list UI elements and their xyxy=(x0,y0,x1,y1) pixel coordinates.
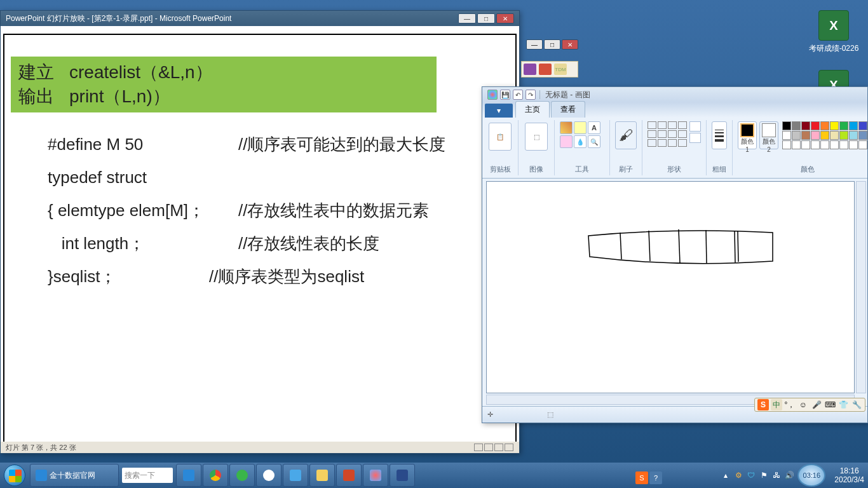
view-sorter-icon[interactable] xyxy=(484,444,493,451)
color1-button[interactable]: 颜色 1 xyxy=(738,121,757,149)
sogou-icon[interactable]: S xyxy=(757,399,769,410)
select-button[interactable]: ⬚ xyxy=(525,123,548,151)
picker-tool[interactable] xyxy=(574,135,587,148)
color-swatch[interactable] xyxy=(849,140,858,149)
sogou-tray-icon[interactable]: S xyxy=(635,471,648,484)
shape-fill-button[interactable] xyxy=(689,133,701,143)
ime-face-icon[interactable]: ☺ xyxy=(797,399,809,410)
minimize-button[interactable]: — xyxy=(526,39,543,50)
ime-mic-icon[interactable]: 🎤 xyxy=(811,399,822,410)
taskbar-item-baidu[interactable] xyxy=(256,464,281,487)
redo-icon[interactable]: ↷ xyxy=(526,90,536,100)
color-swatch[interactable] xyxy=(801,131,810,140)
view-slideshow-icon[interactable] xyxy=(505,444,513,451)
taskbar-item-explorer[interactable] xyxy=(309,464,335,487)
shape-outline-button[interactable] xyxy=(689,121,701,132)
search-input[interactable]: 搜索一下 xyxy=(122,468,173,483)
taskbar-item-360[interactable] xyxy=(229,464,255,487)
shapes-gallery[interactable] xyxy=(648,121,687,147)
color-swatch[interactable] xyxy=(820,140,829,149)
color-swatch[interactable] xyxy=(811,140,820,149)
powerpoint-titlebar[interactable]: PowerPoint 幻灯片放映 - [第2章-1-录屏.ppt] - Micr… xyxy=(1,11,519,26)
size-button[interactable] xyxy=(712,121,727,149)
ime-skin-icon[interactable]: 👕 xyxy=(837,399,849,410)
tray-security-icon[interactable]: ⚙ xyxy=(734,471,743,480)
color-palette[interactable] xyxy=(782,121,868,149)
color-swatch[interactable] xyxy=(792,121,801,130)
color-swatch[interactable] xyxy=(811,121,820,130)
toolbar-icon-1[interactable] xyxy=(524,64,536,75)
save-icon[interactable]: 💾 xyxy=(500,90,510,100)
tab-home[interactable]: 主页 xyxy=(515,101,550,118)
taskbar-item-paint[interactable] xyxy=(363,464,388,487)
view-normal-icon[interactable] xyxy=(474,444,483,451)
undo-icon[interactable]: ↶ xyxy=(513,90,523,100)
color-swatch[interactable] xyxy=(858,140,867,149)
color2-button[interactable]: 颜色 2 xyxy=(759,121,778,149)
color-swatch[interactable] xyxy=(849,121,858,130)
color-swatch[interactable] xyxy=(830,121,839,130)
taskbar-item-powerpoint[interactable] xyxy=(336,464,362,487)
color-swatch[interactable] xyxy=(830,140,839,149)
maximize-button[interactable]: □ xyxy=(544,39,560,50)
ime-lang-icon[interactable]: 中 xyxy=(771,399,782,410)
start-button[interactable] xyxy=(0,463,29,488)
color-swatch[interactable] xyxy=(820,121,829,130)
tray-network-icon[interactable]: 🖧 xyxy=(772,471,781,480)
taskbar-item-desktop[interactable] xyxy=(283,464,308,487)
brushes-button[interactable] xyxy=(615,121,637,149)
paint-titlebar[interactable]: 💾 ↶ ↷ 无标题 - 画图 xyxy=(482,87,867,102)
tab-view[interactable]: 查看 xyxy=(551,101,585,118)
tray-expand-icon[interactable]: ▴ xyxy=(721,471,730,480)
taskbar-item-ie[interactable] xyxy=(176,464,201,487)
ime-keyboard-icon[interactable]: ⌨ xyxy=(824,399,836,410)
slide-area[interactable]: 建立createlist（&L,n） 输出print（L,n)） #define… xyxy=(3,34,517,444)
ime-punct-icon[interactable]: °， xyxy=(784,399,796,410)
color-swatch[interactable] xyxy=(839,121,848,130)
taskbar-item-devcpp[interactable] xyxy=(390,464,415,487)
tray-shield-icon[interactable]: 🛡 xyxy=(747,471,756,480)
text-tool[interactable] xyxy=(588,121,600,134)
toolbar-icon-tdm[interactable]: TDM xyxy=(554,64,567,75)
tray-volume-icon[interactable]: 🔊 xyxy=(785,471,794,480)
file-menu-button[interactable]: ▾ xyxy=(485,104,513,118)
color-swatch[interactable] xyxy=(830,131,839,140)
tray-clock[interactable]: 18:16 2020/3/4 xyxy=(834,466,864,485)
maximize-button[interactable]: □ xyxy=(477,13,495,24)
color-swatch[interactable] xyxy=(858,121,867,130)
magnifier-tool[interactable] xyxy=(588,135,600,148)
paste-button[interactable]: 📋 xyxy=(489,123,512,151)
color-swatch[interactable] xyxy=(782,121,791,130)
eraser-tool[interactable] xyxy=(560,135,573,148)
desktop-icon-excel1[interactable]: 考研成绩-0226 xyxy=(808,10,859,54)
toolbar-icon-2[interactable] xyxy=(539,64,552,75)
color-swatch[interactable] xyxy=(782,140,791,149)
minimize-button[interactable]: — xyxy=(458,13,476,24)
ime-tray[interactable]: S ? xyxy=(635,469,662,487)
close-button[interactable]: ✕ xyxy=(562,39,578,50)
pencil-tool[interactable] xyxy=(560,121,573,134)
tray-action-icon[interactable]: ⚑ xyxy=(759,471,768,480)
color-swatch[interactable] xyxy=(801,140,810,149)
color-swatch[interactable] xyxy=(782,131,791,140)
taskbar-item-chrome[interactable] xyxy=(203,464,228,487)
color-swatch[interactable] xyxy=(839,140,848,149)
clock-gadget[interactable]: 03:16 xyxy=(797,464,825,487)
color-swatch[interactable] xyxy=(820,131,829,140)
color-swatch[interactable] xyxy=(801,121,810,130)
vertical-scrollbar[interactable] xyxy=(856,181,866,393)
color-swatch[interactable] xyxy=(792,131,801,140)
ime-tools-icon[interactable]: 🔧 xyxy=(851,399,862,410)
view-reading-icon[interactable] xyxy=(494,444,503,451)
color-swatch[interactable] xyxy=(849,131,858,140)
ime-help-icon[interactable]: ? xyxy=(649,471,662,484)
color-swatch[interactable] xyxy=(858,131,867,140)
ime-toolbar[interactable]: S 中 °， ☺ 🎤 ⌨ 👕 🔧 xyxy=(754,398,865,412)
color-swatch[interactable] xyxy=(839,131,848,140)
color-swatch[interactable] xyxy=(811,131,820,140)
color-swatch[interactable] xyxy=(792,140,801,149)
taskbar-item-browser[interactable]: 金十数据官网 xyxy=(30,464,119,487)
fill-tool[interactable] xyxy=(574,121,587,134)
paint-canvas[interactable] xyxy=(486,181,855,393)
close-button[interactable]: ✕ xyxy=(496,13,514,24)
